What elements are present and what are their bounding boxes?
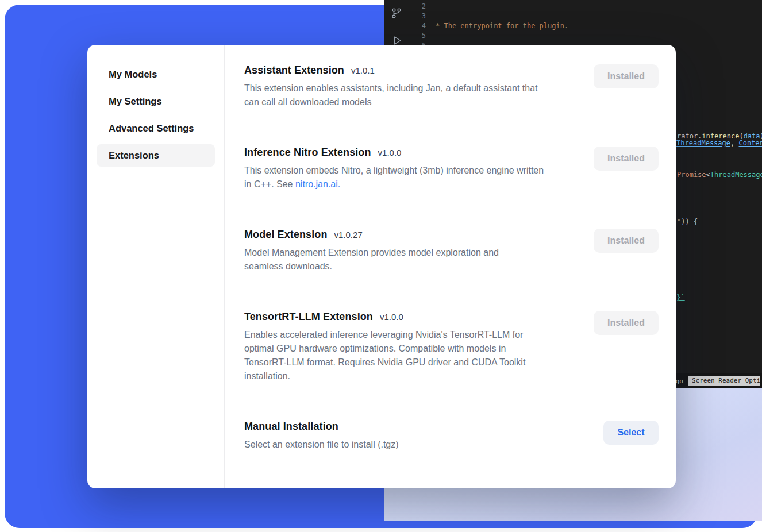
editor-line-numbers: 2 3 4 5 6 [415, 2, 426, 51]
row-divider [244, 210, 659, 210]
code-fragment: ")) { [677, 217, 698, 227]
select-file-button[interactable]: Select [603, 421, 659, 445]
extension-name: TensortRT-LLM Extension [244, 311, 373, 323]
sidebar-item-my-settings[interactable]: My Settings [97, 90, 215, 113]
code-line: * The entrypoint for the plugin. [436, 21, 762, 31]
extension-row-assistant: Assistant Extension v1.0.1 This extensio… [244, 64, 659, 109]
installed-button[interactable]: Installed [594, 311, 659, 335]
code-fragment: rator.inference(data)); [677, 132, 762, 141]
settings-sidebar: My Models My Settings Advanced Settings … [87, 45, 224, 488]
manual-installation-row: Manual Installation Select an extension … [244, 421, 659, 452]
code-fragment: Promise<ThreadMessage> [677, 170, 762, 180]
screen-reader-status-chip[interactable]: Screen Reader Optimized [688, 376, 760, 386]
extension-name: Model Extension [244, 229, 328, 241]
nitro-jan-ai-link[interactable]: nitro.jan.ai. [295, 179, 340, 189]
manual-installation-description: Select an extension file to install (.tg… [244, 438, 399, 452]
extension-row-tensorrt-llm: TensortRT-LLM Extension v1.0.0 Enables a… [244, 311, 659, 383]
extension-name: Inference Nitro Extension [244, 147, 371, 159]
installed-button[interactable]: Installed [594, 64, 659, 88]
extension-description: This extension enables assistants, inclu… [244, 82, 549, 109]
description-text: This extension embeds Nitro, a lightweig… [244, 165, 544, 189]
extension-row-inference-nitro: Inference Nitro Extension v1.0.0 This ex… [244, 147, 659, 191]
installed-button[interactable]: Installed [594, 147, 659, 171]
git-branch-icon[interactable] [390, 7, 403, 22]
extension-name: Assistant Extension [244, 64, 344, 76]
sidebar-item-extensions[interactable]: Extensions [97, 144, 215, 167]
extension-version: v1.0.1 [351, 65, 375, 75]
extensions-panel: Assistant Extension v1.0.1 This extensio… [224, 45, 676, 488]
sidebar-item-my-models[interactable]: My Models [97, 63, 215, 86]
extension-version: v1.0.0 [380, 312, 403, 322]
manual-installation-title: Manual Installation [244, 421, 338, 433]
extension-version: v1.0.27 [334, 230, 363, 240]
row-divider [244, 128, 659, 128]
screenshot-stage: 2 3 4 5 6 * The entrypoint for the plugi… [0, 0, 762, 532]
status-bar-text: go [676, 376, 683, 386]
extension-description: This extension embeds Nitro, a lightweig… [244, 164, 549, 191]
extension-description: Enables accelerated inference leveraging… [244, 328, 549, 383]
installed-button[interactable]: Installed [594, 229, 659, 253]
extension-description: Model Management Extension provides mode… [244, 246, 514, 273]
row-divider [244, 292, 659, 292]
sidebar-item-advanced-settings[interactable]: Advanced Settings [97, 117, 215, 140]
settings-modal: My Models My Settings Advanced Settings … [87, 45, 676, 488]
extension-row-model: Model Extension v1.0.27 Model Management… [244, 229, 659, 273]
row-divider [244, 402, 659, 402]
extension-version: v1.0.0 [378, 148, 402, 157]
